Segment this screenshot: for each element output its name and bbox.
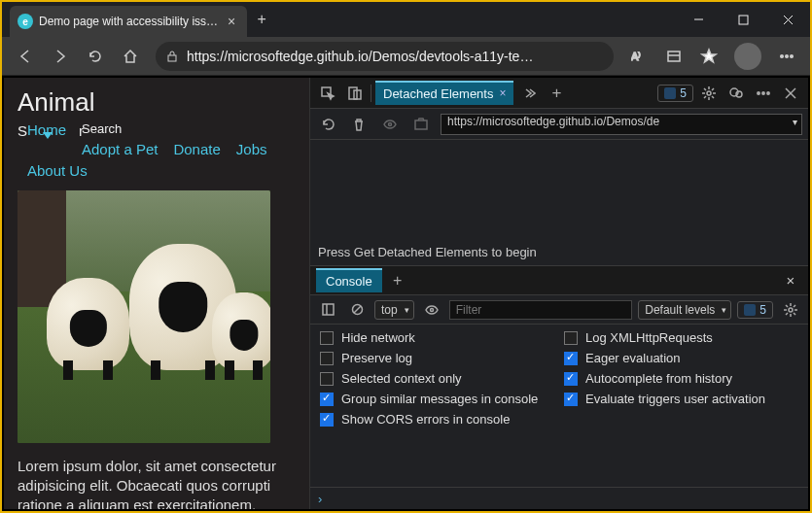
- console-settings-panel: Hide network Preserve log Selected conte…: [310, 325, 808, 488]
- svg-point-10: [791, 54, 794, 57]
- sidebar-toggle-icon[interactable]: [316, 298, 339, 322]
- svg-point-8: [781, 54, 784, 57]
- close-devtools-icon[interactable]: [779, 82, 802, 105]
- subheading-s: S: [18, 120, 27, 143]
- chk-log-xhr[interactable]: Log XMLHttpRequests: [564, 330, 798, 345]
- edge-favicon-icon: e: [18, 14, 33, 29]
- frame-url: https://microsoftedge.github.io/Demos/de: [447, 115, 659, 128]
- refresh-button[interactable]: [80, 41, 111, 72]
- svg-rect-1: [739, 16, 748, 24]
- live-expression-icon[interactable]: [420, 298, 443, 322]
- console-issues-count: 5: [759, 303, 766, 317]
- tab-label: Detached Elements: [383, 86, 493, 101]
- context-selector[interactable]: top: [374, 300, 414, 320]
- svg-point-9: [786, 54, 789, 57]
- read-aloud-button[interactable]: A⁾: [623, 41, 654, 72]
- console-settings-icon[interactable]: [779, 298, 802, 322]
- context-label: top: [381, 303, 398, 317]
- favorite-button[interactable]: [693, 41, 724, 72]
- clear-console-icon[interactable]: [345, 298, 369, 322]
- detached-toolbar: https://microsoftedge.github.io/Demos/de: [310, 109, 808, 140]
- drawer-tabbar: Console + ×: [310, 266, 808, 295]
- drawer-new-tab-icon[interactable]: +: [386, 269, 409, 292]
- settings-icon[interactable]: [697, 82, 721, 105]
- issue-bubble-icon: [744, 304, 756, 316]
- refresh-detached-icon[interactable]: [316, 113, 339, 136]
- nav-adopt[interactable]: Adopt a Pet: [82, 139, 158, 161]
- drawer-tab-console[interactable]: Console: [316, 268, 382, 292]
- maximize-button[interactable]: [721, 2, 765, 37]
- frame-selector[interactable]: https://microsoftedge.github.io/Demos/de: [441, 114, 802, 135]
- page-content: Animal S Home r Search Adopt a Pet Donat…: [4, 78, 310, 509]
- nav-home[interactable]: Home: [27, 120, 66, 160]
- chk-eval-trigger[interactable]: Evaluate triggers user activation: [564, 392, 798, 406]
- chk-autocomplete[interactable]: Autocomplete from history: [564, 371, 798, 386]
- svg-rect-12: [349, 87, 357, 99]
- more-options-icon[interactable]: [752, 82, 775, 105]
- nav-search-label: Search: [82, 120, 158, 139]
- svg-rect-4: [168, 55, 176, 61]
- tab-detached-elements[interactable]: Detached Elements ×: [375, 81, 513, 105]
- inspect-element-icon[interactable]: [316, 82, 339, 105]
- device-toggle-icon[interactable]: [343, 82, 367, 105]
- svg-rect-23: [415, 120, 427, 129]
- chk-selected-context[interactable]: Selected context only: [320, 371, 554, 386]
- levels-label: Default levels: [645, 303, 715, 317]
- home-button[interactable]: [115, 41, 146, 72]
- close-button[interactable]: [765, 2, 810, 37]
- subheading-r: r: [79, 120, 84, 143]
- drawer-close-icon[interactable]: ×: [779, 272, 802, 289]
- page-title: Animal: [18, 87, 296, 118]
- browser-tab[interactable]: e Demo page with accessibility iss… ×: [10, 6, 247, 37]
- chk-hide-network[interactable]: Hide network: [320, 330, 554, 345]
- collections-button[interactable]: [658, 41, 689, 72]
- forward-button[interactable]: [45, 41, 76, 72]
- tab-title: Demo page with accessibility iss…: [39, 15, 218, 28]
- window-controls: [676, 2, 810, 37]
- svg-point-28: [430, 308, 433, 311]
- chk-show-cors[interactable]: Show CORS errors in console: [320, 412, 554, 427]
- more-tabs-icon[interactable]: [517, 82, 541, 105]
- issues-count: 5: [680, 86, 687, 100]
- window-titlebar: e Demo page with accessibility iss… × +: [2, 2, 810, 37]
- eye-icon[interactable]: [378, 113, 402, 136]
- svg-point-17: [758, 91, 759, 93]
- issue-bubble-icon: [664, 87, 676, 99]
- issues-badge[interactable]: 5: [657, 85, 693, 102]
- back-button[interactable]: [10, 41, 41, 72]
- svg-point-14: [707, 91, 711, 95]
- tab-close-icon[interactable]: ×: [499, 86, 506, 100]
- svg-point-18: [762, 91, 764, 93]
- svg-rect-24: [323, 304, 334, 315]
- feedback-icon[interactable]: [724, 82, 748, 105]
- minimize-button[interactable]: [676, 2, 721, 37]
- new-tab-icon[interactable]: +: [545, 82, 568, 105]
- svg-line-27: [354, 306, 361, 313]
- console-prompt[interactable]: ›: [310, 488, 808, 509]
- devtools-tabbar: Detached Elements × + 5: [310, 78, 808, 109]
- screenshot-icon[interactable]: [409, 113, 433, 136]
- console-issues-badge[interactable]: 5: [737, 301, 773, 319]
- chk-group-similar[interactable]: Group similar messages in console: [320, 392, 554, 406]
- dropdown-arrow-icon: [43, 132, 53, 139]
- console-filter-input[interactable]: [449, 300, 633, 320]
- url-text: https://microsoftedge.github.io/Demos/de…: [187, 49, 533, 64]
- tab-close-icon[interactable]: ×: [224, 14, 239, 29]
- chk-eager-eval[interactable]: Eager evaluation: [564, 351, 798, 365]
- svg-point-19: [767, 91, 769, 93]
- delete-icon[interactable]: [347, 113, 371, 136]
- address-bar[interactable]: https://microsoftedge.github.io/Demos/de…: [156, 42, 614, 71]
- nav-about[interactable]: About Us: [27, 160, 296, 183]
- chk-preserve-log[interactable]: Preserve log: [320, 351, 554, 365]
- nav-donate[interactable]: Donate: [173, 139, 220, 161]
- detached-elements-area: Press Get Detached Elements to begin: [310, 140, 808, 266]
- more-button[interactable]: [771, 41, 802, 72]
- new-tab-button[interactable]: +: [247, 2, 276, 37]
- log-levels-selector[interactable]: Default levels: [638, 300, 731, 320]
- body-paragraph: Lorem ipsum dolor, sit amet consectetur …: [18, 457, 296, 510]
- detached-hint: Press Get Detached Elements to begin: [318, 245, 537, 259]
- console-toolbar: top Default levels 5: [310, 295, 808, 325]
- profile-avatar[interactable]: [734, 43, 761, 70]
- nav-jobs[interactable]: Jobs: [236, 139, 267, 161]
- hero-image: [18, 190, 270, 443]
